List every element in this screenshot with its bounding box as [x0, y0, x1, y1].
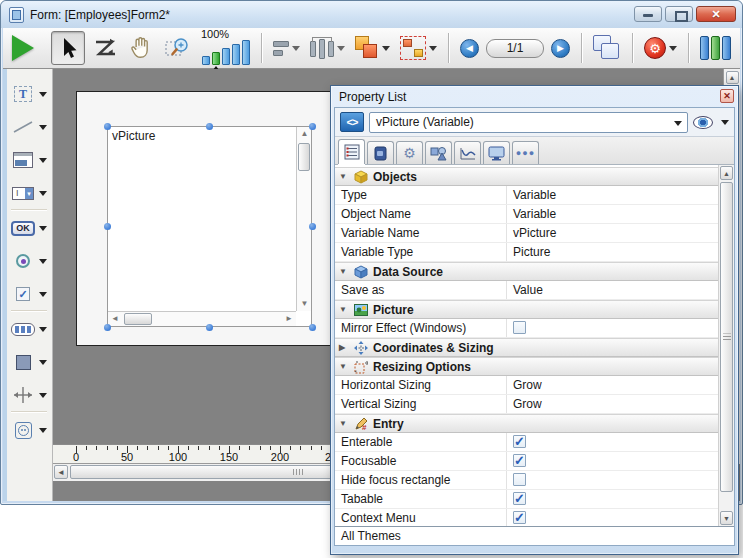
chevron-down-icon[interactable] [382, 46, 390, 51]
combo-box-tool[interactable] [11, 180, 51, 206]
collapse-triangle-icon[interactable]: ▼ [339, 362, 348, 371]
previous-page-button[interactable]: ◀ [457, 31, 482, 65]
chevron-down-icon[interactable] [292, 46, 300, 51]
chevron-down-icon[interactable] [669, 46, 677, 51]
distribute-button[interactable] [307, 31, 348, 65]
library-button[interactable] [697, 31, 734, 65]
chevron-down-icon[interactable] [39, 158, 47, 163]
chevron-down-icon[interactable] [721, 120, 729, 125]
rectangle-tool[interactable] [11, 349, 51, 375]
chevron-down-icon[interactable] [39, 292, 47, 297]
scroll-down-icon[interactable]: ▼ [720, 511, 733, 525]
handle-mid-left[interactable] [104, 223, 111, 230]
level-button[interactable] [352, 31, 393, 65]
eye-icon[interactable] [693, 116, 713, 129]
panel-close-button[interactable]: ✕ [720, 89, 734, 103]
scrollbar-thumb[interactable] [124, 313, 152, 325]
section-header-picture[interactable]: ▼Picture [335, 300, 718, 319]
chevron-down-icon[interactable] [39, 428, 47, 433]
button-bar-tool[interactable] [11, 316, 51, 342]
chevron-down-icon[interactable] [39, 360, 47, 365]
object-selector-combo[interactable]: vPicture (Variable) [369, 112, 688, 133]
checkbox-tool[interactable]: ✓ [11, 281, 51, 307]
chevron-down-icon[interactable] [39, 191, 47, 196]
property-value[interactable]: Variable [507, 186, 718, 204]
tab-events[interactable] [367, 141, 394, 164]
zoom-bar-100-icon[interactable] [212, 52, 220, 65]
tab-more[interactable]: ●●● [512, 141, 539, 164]
collapse-triangle-icon[interactable]: ▼ [339, 267, 348, 276]
checkbox-context-menu[interactable] [513, 511, 526, 524]
handle-top-center[interactable] [206, 123, 213, 130]
move-tool-button[interactable] [125, 31, 157, 65]
tab-property-list[interactable] [338, 139, 365, 164]
collapse-triangle-icon[interactable]: ▼ [339, 172, 348, 181]
checkbox-hide-focus-rectangle[interactable] [513, 473, 526, 486]
scroll-left-icon[interactable]: ◄ [54, 465, 68, 479]
property-value[interactable]: Value [507, 281, 718, 299]
subform-tool[interactable] [11, 147, 51, 173]
close-button[interactable] [696, 6, 736, 22]
property-value[interactable]: Grow [507, 376, 718, 394]
section-header-data-source[interactable]: ▼Data Source [335, 262, 718, 281]
object-vertical-scrollbar[interactable]: ▲ ▼ [296, 127, 311, 311]
selection-tool-button[interactable] [51, 31, 85, 65]
property-grid-scrollbar[interactable]: ▲ ▼ [718, 165, 734, 526]
group-button[interactable] [397, 31, 440, 65]
picture-variable-object[interactable]: vPicture ▲ ▼ ◄ ► [107, 126, 312, 327]
checkbox-tabable[interactable] [513, 492, 526, 505]
chevron-down-icon[interactable] [39, 125, 47, 130]
radio-button-tool[interactable] [11, 248, 51, 274]
form-pages-button[interactable] [590, 31, 624, 65]
button-tool[interactable]: OK [11, 215, 51, 241]
handle-bottom-center[interactable] [206, 324, 213, 331]
text-tool[interactable]: T [11, 81, 51, 107]
expand-triangle-icon[interactable]: ▶ [339, 343, 348, 352]
section-header-coordinates-sizing[interactable]: ▶Coordinates & Sizing [335, 338, 718, 357]
tab-gear[interactable]: ⚙ [396, 141, 423, 164]
section-header-objects[interactable]: ▼Objects [335, 167, 718, 186]
chevron-down-icon[interactable] [674, 121, 682, 126]
scrollbar-thumb[interactable] [720, 182, 733, 492]
minimize-button[interactable] [634, 6, 662, 22]
zoom-bar-50-icon[interactable] [202, 56, 210, 65]
scroll-left-icon[interactable]: ◄ [108, 312, 122, 326]
chevron-down-icon[interactable] [39, 259, 47, 264]
zoom-bar-200-icon[interactable] [222, 48, 230, 65]
checkbox-mirror-effect-windows[interactable] [513, 321, 526, 334]
line-tool[interactable] [11, 114, 51, 140]
settings-button[interactable]: ⚙ [641, 31, 680, 65]
align-button[interactable] [270, 31, 303, 65]
scroll-right-icon[interactable]: ► [282, 312, 296, 326]
zoom-scale-bars[interactable]: 100% [199, 31, 253, 65]
chevron-down-icon[interactable] [39, 393, 47, 398]
zoom-bar-800-icon[interactable] [242, 40, 250, 65]
scrollbar-thumb[interactable] [298, 143, 310, 171]
zoom-bar-400-icon[interactable] [232, 44, 240, 65]
code-editor-icon[interactable]: <> [340, 112, 364, 132]
property-value[interactable]: Grow [507, 395, 718, 413]
plugin-area-tool[interactable] [11, 417, 51, 443]
handle-top-right[interactable] [309, 123, 316, 130]
splitter-tool[interactable] [11, 382, 51, 408]
tab-display[interactable] [483, 141, 510, 164]
page-indicator[interactable]: 1/1 [486, 39, 544, 58]
handle-top-left[interactable] [104, 123, 111, 130]
chevron-down-icon[interactable] [39, 327, 47, 332]
scroll-down-icon[interactable]: ▼ [297, 297, 312, 311]
handle-bottom-right[interactable] [309, 324, 316, 331]
checkbox-focusable[interactable] [513, 454, 526, 467]
tab-shapes[interactable] [425, 141, 452, 164]
section-header-resizing-options[interactable]: ▼Resizing Options [335, 357, 718, 376]
scroll-up-icon[interactable]: ▲ [720, 166, 733, 180]
handle-mid-right[interactable] [309, 223, 316, 230]
collapse-triangle-icon[interactable]: ▼ [339, 305, 348, 314]
maximize-button[interactable] [665, 6, 693, 22]
object-horizontal-scrollbar[interactable]: ◄ ► [108, 311, 296, 326]
chevron-down-icon[interactable] [337, 46, 345, 51]
chevron-down-icon[interactable] [39, 226, 47, 231]
section-header-entry[interactable]: ▼#Entry [335, 414, 718, 433]
property-value[interactable]: vPicture [507, 224, 718, 242]
chevron-down-icon[interactable] [429, 46, 437, 51]
next-page-button[interactable]: ▶ [548, 31, 573, 65]
